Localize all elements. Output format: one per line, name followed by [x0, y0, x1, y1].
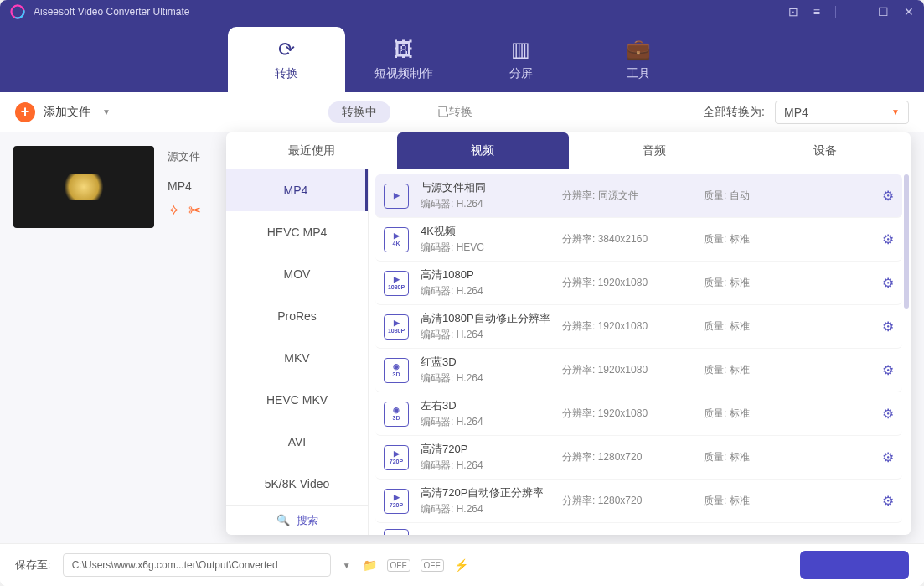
tab-recent[interactable]: 最近使用 — [226, 132, 397, 169]
file-format: MP4 — [168, 179, 201, 193]
preset-row[interactable]: ◉3D红蓝3D编码器: H.264分辨率: 1920x1080质量: 标准⚙ — [375, 349, 902, 392]
preset-title: 高清720P自动修正分辨率 — [421, 485, 550, 500]
format-5k-8k-video[interactable]: 5K/8K Video — [226, 463, 368, 505]
gear-icon[interactable]: ⚙ — [882, 449, 894, 465]
scrollbar[interactable] — [904, 174, 909, 309]
preset-title: 640P — [421, 535, 550, 536]
preset-row[interactable]: ▶720P高清720P自动修正分辨率编码器: H.264分辨率: 1280x72… — [375, 480, 902, 523]
output-path-field[interactable]: C:\Users\www.x6g.com...ter\Output\Conver… — [63, 553, 331, 577]
preset-icon: ▶1080P — [384, 314, 409, 340]
preset-encoder: 编码器: H.264 — [421, 197, 550, 211]
close-icon[interactable]: ✕ — [904, 5, 914, 18]
toggle-off-icon[interactable]: OFF — [421, 559, 444, 572]
toolbox-icon: 💼 — [626, 38, 651, 61]
preset-quality: 质量: 标准 — [704, 319, 779, 334]
format-list[interactable]: MP4HEVC MP4MOVProResMKVHEVC MKVAVI5K/8K … — [226, 169, 369, 535]
output-format-select[interactable]: MP4 ▼ — [775, 101, 909, 124]
gear-icon[interactable]: ⚙ — [882, 275, 894, 291]
preset-title: 高清1080P自动修正分辨率 — [421, 311, 550, 326]
preset-row[interactable]: ◉3D左右3D编码器: H.264分辨率: 1920x1080质量: 标准⚙ — [375, 392, 902, 436]
tab-converted[interactable]: 已转换 — [424, 101, 486, 123]
gear-icon[interactable]: ⚙ — [882, 362, 894, 378]
format-avi[interactable]: AVI — [226, 421, 368, 463]
preset-encoder: 编码器: H.264 — [421, 502, 550, 516]
preset-quality: 质量: 标准 — [704, 494, 779, 508]
format-mp4[interactable]: MP4 — [226, 169, 368, 211]
minimize-icon[interactable]: — — [851, 5, 863, 18]
preset-icon: ◉3D — [384, 402, 409, 427]
menu-icon[interactable]: ≡ — [813, 5, 820, 18]
collage-icon: ▥ — [511, 38, 530, 61]
trim-icon[interactable]: ✂ — [188, 201, 201, 220]
preset-resolution: 分辨率: 1920x1080 — [562, 276, 692, 290]
toggle-off-icon[interactable]: OFF — [387, 559, 410, 572]
format-hevc-mp4[interactable]: HEVC MP4 — [226, 211, 368, 253]
preset-quality: 质量: 标准 — [704, 407, 779, 421]
effects-icon[interactable]: ✧ — [168, 201, 180, 220]
nav-convert[interactable]: ⟳ 转换 — [228, 27, 345, 92]
preset-resolution: 分辨率: 1920x1080 — [562, 319, 692, 334]
open-folder-icon[interactable]: 📁 — [363, 558, 377, 572]
preset-icon: ▶720P — [384, 489, 409, 514]
format-mov[interactable]: MOV — [226, 253, 368, 295]
preset-icon: ▶4K — [384, 227, 409, 252]
convert-icon: ⟳ — [278, 38, 295, 61]
nav-mv[interactable]: 🖼 短视频制作 — [345, 27, 462, 92]
preset-title: 红蓝3D — [421, 355, 550, 370]
preset-encoder: 编码器: H.264 — [421, 284, 550, 298]
chevron-down-icon[interactable]: ▼ — [343, 561, 351, 570]
preset-title: 与源文件相同 — [421, 180, 550, 195]
convert-all-button[interactable] — [800, 551, 909, 579]
format-popup: 最近使用 视频 音频 设备 MP4HEVC MP4MOVProResMKVHEV… — [226, 132, 911, 535]
preset-encoder: 编码器: H.264 — [421, 459, 550, 473]
format-mkv[interactable]: MKV — [226, 337, 368, 379]
feedback-icon[interactable]: ⊡ — [788, 5, 798, 18]
add-files-button[interactable]: + 添加文件 ▼ — [15, 102, 111, 122]
nav-collage[interactable]: ▥ 分屏 — [462, 27, 580, 92]
preset-row[interactable]: ▶720P高清720P编码器: H.264分辨率: 1280x720质量: 标准… — [375, 436, 902, 480]
format-hevc-mkv[interactable]: HEVC MKV — [226, 379, 368, 421]
preset-title: 高清720P — [421, 442, 550, 457]
footer: 保存至: C:\Users\www.x6g.com...ter\Output\C… — [0, 543, 924, 586]
tab-converting[interactable]: 转换中 — [328, 101, 390, 123]
preset-icon: ▶720P — [384, 445, 409, 470]
preset-icon: ▶ — [384, 529, 409, 535]
video-thumbnail[interactable] — [13, 146, 154, 228]
preset-resolution: 分辨率: 1280x720 — [562, 450, 692, 464]
preset-resolution: 分辨率: 同源文件 — [562, 189, 692, 203]
speed-icon[interactable]: ⚡ — [454, 558, 468, 572]
preset-quality: 质量: 标准 — [704, 276, 779, 290]
preset-encoder: 编码器: H.264 — [421, 328, 550, 342]
chevron-down-icon: ▼ — [102, 107, 111, 117]
convert-all-label: 全部转换为: — [703, 105, 765, 120]
preset-encoder: 编码器: H.264 — [421, 415, 550, 429]
tab-audio[interactable]: 音频 — [569, 132, 740, 169]
navbar: ⟳ 转换 🖼 短视频制作 ▥ 分屏 💼 工具 — [0, 23, 924, 92]
preset-row[interactable]: ▶与源文件相同编码器: H.264分辨率: 同源文件质量: 自动⚙ — [375, 174, 902, 218]
tab-video[interactable]: 视频 — [397, 132, 568, 169]
preset-encoder: 编码器: HEVC — [421, 241, 550, 255]
gear-icon[interactable]: ⚙ — [882, 493, 894, 509]
preset-icon: ▶ — [384, 184, 409, 209]
gear-icon[interactable]: ⚙ — [882, 231, 894, 247]
format-prores[interactable]: ProRes — [226, 295, 368, 337]
preset-row[interactable]: ▶640P — [375, 523, 902, 535]
gear-icon[interactable]: ⚙ — [882, 406, 894, 422]
maximize-icon[interactable]: ☐ — [878, 5, 889, 18]
gear-icon[interactable]: ⚙ — [882, 319, 894, 334]
nav-toolbox[interactable]: 💼 工具 — [580, 27, 697, 92]
preset-quality: 质量: 自动 — [704, 189, 779, 203]
preset-row[interactable]: ▶1080P高清1080P自动修正分辨率编码器: H.264分辨率: 1920x… — [375, 305, 902, 349]
format-search[interactable]: 🔍搜索 — [226, 505, 368, 535]
preset-row[interactable]: ▶4K4K视频编码器: HEVC分辨率: 3840x2160质量: 标准⚙ — [375, 218, 902, 262]
tab-device[interactable]: 设备 — [740, 132, 911, 169]
preset-resolution: 分辨率: 1920x1080 — [562, 363, 692, 377]
preset-icon: ▶1080P — [384, 271, 409, 296]
gear-icon[interactable]: ⚙ — [882, 188, 894, 204]
preset-list[interactable]: ▶与源文件相同编码器: H.264分辨率: 同源文件质量: 自动⚙▶4K4K视频… — [369, 169, 911, 535]
preset-quality: 质量: 标准 — [704, 450, 779, 464]
search-icon: 🔍 — [276, 514, 290, 526]
preset-resolution: 分辨率: 1280x720 — [562, 494, 692, 508]
preset-row[interactable]: ▶1080P高清1080P编码器: H.264分辨率: 1920x1080质量:… — [375, 262, 902, 305]
chevron-down-icon: ▼ — [891, 107, 900, 117]
